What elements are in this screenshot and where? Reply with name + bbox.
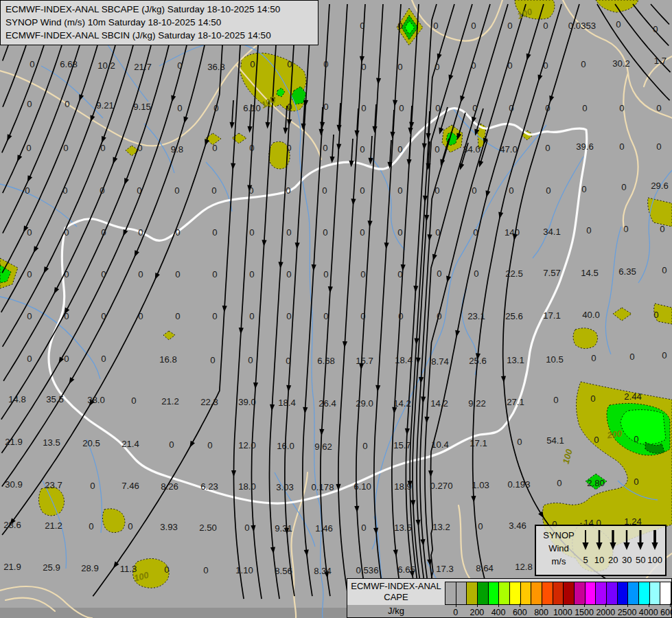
cape-value-label: 9.31 bbox=[275, 523, 292, 534]
cape-tick-label: 2500 bbox=[618, 608, 637, 617]
cape-value-label: 0 bbox=[399, 103, 404, 113]
cape-value-label: 0 bbox=[621, 182, 626, 192]
cape-value-label: 23.1 bbox=[467, 311, 485, 321]
cape-value-label: 6.68 bbox=[317, 356, 335, 366]
cape-color-swatch bbox=[509, 582, 520, 604]
cape-value-label: 27.1 bbox=[507, 397, 524, 407]
cape-value-label: 0 bbox=[397, 21, 402, 31]
cape-value-label: 0 bbox=[397, 144, 402, 154]
cape-value-label: 0 bbox=[509, 103, 513, 113]
cape-value-label: 0 bbox=[478, 521, 483, 531]
cape-value-label: 0 bbox=[509, 185, 513, 196]
cape-value-label: 9.22 bbox=[468, 398, 486, 409]
wind-speed-label: 5 bbox=[583, 555, 588, 565]
cape-value-label: 0 bbox=[433, 21, 438, 31]
cape-value-label: 6.65 bbox=[397, 564, 415, 575]
cape-value-label: 39.0 bbox=[238, 397, 256, 407]
cape-value-label: 0 bbox=[64, 311, 69, 321]
cape-value-label: 0.536 bbox=[356, 565, 378, 575]
cape-value-label: 3.03 bbox=[276, 482, 294, 492]
cape-value-label: 0 bbox=[398, 311, 403, 321]
cape-tick-label: 0 bbox=[453, 608, 458, 617]
cape-value-label: 0 bbox=[656, 103, 661, 113]
cape-value-label: 2.44 bbox=[624, 391, 642, 402]
cape-value-label: 9.62 bbox=[314, 442, 332, 452]
cape-value-label: 0 bbox=[660, 224, 664, 234]
cape-value-label: 0 bbox=[323, 269, 328, 279]
cape-value-label: 0 bbox=[89, 521, 93, 531]
cape-value-label: 0 bbox=[322, 185, 327, 196]
cape-value-label: 17.3 bbox=[436, 564, 454, 574]
cape-value-label: 0 bbox=[27, 227, 32, 238]
cape-value-label: 0 bbox=[543, 60, 548, 71]
cape-value-label: 0 bbox=[397, 185, 402, 196]
cape-color-swatch bbox=[617, 582, 628, 604]
cape-value-label: 34.0 bbox=[463, 144, 480, 154]
cape-value-label: 0 bbox=[543, 21, 548, 31]
cape-value-label: 35.5 bbox=[46, 394, 64, 404]
wind-arrow-icon bbox=[594, 529, 605, 551]
cape-legend-unit: J/kg bbox=[347, 606, 445, 616]
cape-value-label: 0 bbox=[471, 60, 476, 71]
cape-value-label: 0 bbox=[90, 481, 95, 491]
cape-color-swatch bbox=[498, 582, 509, 604]
wind-legend: SYNOP Wind m/s 510203050100 bbox=[535, 525, 667, 576]
cape-tick-mark bbox=[627, 604, 628, 607]
cape-value-label: 0 bbox=[435, 227, 440, 238]
cape-value-label: 14.2 bbox=[430, 398, 448, 409]
cape-value-label: 0 bbox=[27, 99, 32, 109]
cape-value-label: 21.7 bbox=[134, 62, 152, 72]
cape-value-label: 12.0 bbox=[238, 440, 256, 450]
cape-tick-mark bbox=[605, 604, 606, 607]
cape-value-label: 0 bbox=[138, 269, 143, 279]
cape-value-label: 0 bbox=[212, 227, 217, 238]
wind-legend-title: SYNOP bbox=[539, 530, 579, 540]
cape-value-label: 2.50 bbox=[199, 523, 217, 533]
cape-value-label: 12.8 bbox=[515, 562, 533, 572]
cape-value-label: 0 bbox=[210, 355, 215, 365]
cape-value-label: 0 bbox=[286, 227, 291, 238]
cape-value-label: 0 bbox=[545, 103, 550, 113]
cape-value-label: 18.9 bbox=[394, 481, 412, 492]
cape-value-label: 0 bbox=[286, 311, 291, 321]
cape-value-label: 0 bbox=[507, 21, 512, 31]
cape-value-label: 0 bbox=[101, 354, 106, 364]
cape-color-swatch bbox=[660, 582, 671, 604]
cape-tick-label: 2000 bbox=[596, 608, 615, 617]
cape-value-label: 0 bbox=[662, 265, 667, 275]
cape-value-label: 0 bbox=[138, 311, 143, 321]
cape-value-label: 0 bbox=[557, 478, 561, 488]
cape-color-swatch bbox=[649, 582, 660, 604]
cape-value-label: 0 bbox=[286, 269, 291, 279]
cape-value-label: 0 bbox=[474, 268, 478, 279]
cape-value-label: 0 bbox=[397, 269, 402, 279]
cape-value-label: 25.6 bbox=[469, 356, 487, 366]
wind-speed-entry: 5 bbox=[579, 529, 592, 573]
cape-value-label: 0 bbox=[248, 185, 253, 196]
cape-value-label: 18.0 bbox=[238, 481, 256, 492]
cape-value-label: 0 bbox=[287, 102, 292, 112]
wind-arrow-icon bbox=[635, 529, 646, 551]
cape-value-label: 0 bbox=[212, 311, 217, 321]
cape-value-label: 0 bbox=[581, 184, 586, 194]
wind-speed-label: 100 bbox=[647, 555, 662, 565]
cape-value-label: 16.0 bbox=[277, 441, 294, 451]
cape-tick-mark bbox=[670, 604, 671, 607]
cape-tick-label: 800 bbox=[534, 608, 548, 617]
wind-speed-label: 50 bbox=[636, 555, 645, 565]
cape-color-swatch bbox=[553, 582, 564, 604]
cape-value-label: 0 bbox=[634, 434, 638, 444]
cape-value-label: 6.23 bbox=[200, 481, 218, 492]
cape-value-label: 3.46 bbox=[509, 520, 526, 531]
cape-tick-label: 1000 bbox=[553, 608, 572, 617]
cape-value-label: 28.6 bbox=[3, 520, 21, 530]
cape-tick-label: 600 bbox=[513, 608, 527, 617]
cape-value-label: 47.0 bbox=[500, 144, 518, 154]
cape-value-label: 0 bbox=[286, 143, 291, 153]
cape-value-label: 22.5 bbox=[505, 268, 523, 279]
cape-value-label: 0 bbox=[27, 269, 32, 279]
cape-value-label: 11.3 bbox=[120, 564, 137, 574]
cape-value-label: 6.35 bbox=[618, 266, 636, 277]
cape-value-label: 0 bbox=[137, 143, 142, 153]
cape-value-label: 2.80 bbox=[587, 478, 605, 488]
